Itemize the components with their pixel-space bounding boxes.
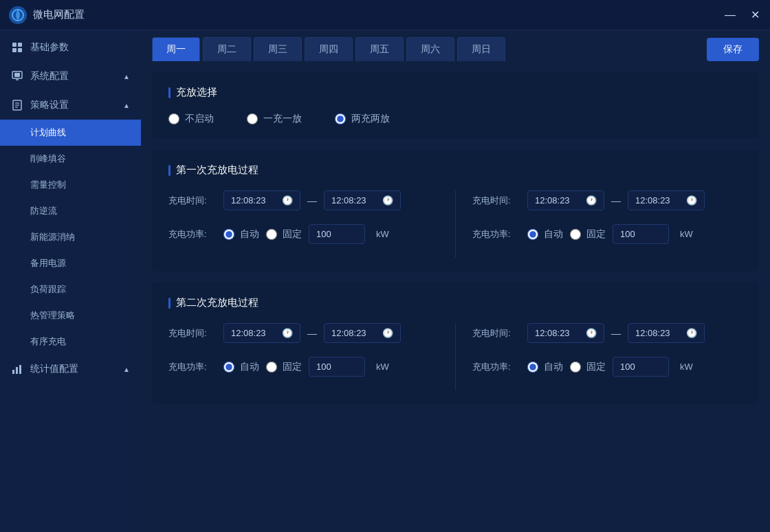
tab-friday[interactable]: 周五 xyxy=(355,37,404,61)
second-right-auto-input[interactable] xyxy=(527,362,538,373)
charge-select-title: 充放选择 xyxy=(168,86,742,99)
sidebar-item-new-energy[interactable]: 新能源消纳 xyxy=(0,224,141,250)
svg-rect-5 xyxy=(18,48,22,52)
first-left-auto-radio[interactable]: 自动 xyxy=(223,228,259,241)
tab-wednesday[interactable]: 周三 xyxy=(254,37,302,61)
second-right-from-time-input[interactable] xyxy=(535,328,582,338)
second-right-fixed-input[interactable] xyxy=(570,362,581,373)
first-left-auto-input[interactable] xyxy=(223,229,234,240)
clock-icon-4: 🕐 xyxy=(686,195,697,206)
first-right-from-time-input[interactable] xyxy=(535,195,582,206)
sidebar-item-system[interactable]: 系统配置 ▲ xyxy=(0,62,141,91)
tab-saturday[interactable]: 周六 xyxy=(406,37,454,61)
sidebar-label-system: 系统配置 xyxy=(30,70,69,82)
second-right-power-wrap xyxy=(613,357,669,377)
first-right-auto-input[interactable] xyxy=(527,229,538,240)
sidebar-item-policy[interactable]: 策略设置 ▲ xyxy=(0,91,141,120)
charge-select-radio-group: 不启动 一充一放 两充两放 xyxy=(168,113,742,125)
sidebar-label-backup-power: 备用电源 xyxy=(30,257,66,269)
sidebar-item-stats[interactable]: 统计值配置 ▲ xyxy=(0,355,141,384)
second-left-fixed-input[interactable] xyxy=(266,362,277,373)
second-process-card: 第二次充放电过程 充电时间: 🕐 — xyxy=(152,282,759,404)
sidebar-label-peak-valley: 削峰填谷 xyxy=(30,153,66,165)
first-right-fixed-input[interactable] xyxy=(570,229,581,240)
second-left-power-row: 充电功率: 自动 固定 k xyxy=(168,357,439,377)
first-right-fixed-radio[interactable]: 固定 xyxy=(570,228,606,241)
dash-2: — xyxy=(611,195,621,206)
second-right-power-label: 充电功率: xyxy=(472,361,520,373)
sidebar-item-ordered-charge[interactable]: 有序充电 xyxy=(0,329,141,355)
dash-1: — xyxy=(307,195,317,206)
first-right-power-input[interactable] xyxy=(620,229,661,239)
svg-rect-13 xyxy=(12,370,14,374)
title-bar-indicator-3 xyxy=(168,298,170,309)
minimize-button[interactable]: — xyxy=(723,8,737,22)
first-left-from-time-input[interactable] xyxy=(231,195,278,206)
first-left-power-input[interactable] xyxy=(316,229,358,239)
second-right-auto-radio[interactable]: 自动 xyxy=(527,361,563,373)
tab-monday[interactable]: 周一 xyxy=(152,37,200,61)
first-right-power-row: 充电功率: 自动 固定 k xyxy=(472,224,726,244)
radio-none[interactable]: 不启动 xyxy=(168,113,214,125)
first-left-power-row: 充电功率: 自动 固定 k xyxy=(168,224,439,244)
sidebar-item-basic[interactable]: 基础参数 xyxy=(0,33,141,62)
sidebar-item-plan-curve[interactable]: 计划曲线 xyxy=(0,120,141,146)
first-left-unit: kW xyxy=(376,229,389,239)
tab-sunday[interactable]: 周日 xyxy=(457,37,505,61)
tab-tuesday[interactable]: 周二 xyxy=(203,37,251,61)
stats-arrow: ▲ xyxy=(123,366,130,373)
sidebar-item-demand-control[interactable]: 需量控制 xyxy=(0,172,141,198)
svg-rect-15 xyxy=(19,365,21,374)
first-right-time-row: 充电时间: 🕐 — 🕐 xyxy=(472,190,726,210)
policy-arrow: ▲ xyxy=(123,102,130,109)
first-right-auto-radio[interactable]: 自动 xyxy=(527,228,563,241)
first-left-power-label: 充电功率: xyxy=(168,228,217,241)
second-right-fixed-radio[interactable]: 固定 xyxy=(570,361,606,373)
second-right-to-time-input[interactable] xyxy=(635,328,682,338)
sidebar-item-anti-reverse[interactable]: 防逆流 xyxy=(0,198,141,224)
sidebar-item-peak-valley[interactable]: 削峰填谷 xyxy=(0,146,141,172)
title-bar-indicator xyxy=(168,87,170,98)
radio-none-input[interactable] xyxy=(168,113,179,124)
clock-icon-7: 🕐 xyxy=(586,328,597,338)
tab-thursday[interactable]: 周四 xyxy=(305,37,353,61)
radio-two-input[interactable] xyxy=(335,113,346,124)
second-left-unit: kW xyxy=(376,362,389,372)
second-left-power-input[interactable] xyxy=(316,362,358,372)
content-area: 周一 周二 周三 周四 周五 周六 周日 保存 充放选择 不启动 xyxy=(141,30,770,532)
first-right-unit: kW xyxy=(680,229,693,239)
radio-one[interactable]: 一充一放 xyxy=(247,113,302,125)
second-left-auto-input[interactable] xyxy=(223,362,234,373)
first-left-fixed-radio[interactable]: 固定 xyxy=(266,228,302,241)
second-process-left: 充电时间: 🕐 — 🕐 充电功率: xyxy=(168,323,455,390)
sidebar-label-anti-reverse: 防逆流 xyxy=(30,205,57,217)
second-left-from-time-input[interactable] xyxy=(231,328,278,338)
sidebar-label-basic: 基础参数 xyxy=(30,41,69,54)
save-button[interactable]: 保存 xyxy=(707,38,759,61)
close-button[interactable]: ✕ xyxy=(748,8,762,22)
first-left-power-wrap xyxy=(309,224,365,244)
sidebar-item-thermal[interactable]: 热管理策略 xyxy=(0,302,141,329)
first-right-from-time-wrap: 🕐 xyxy=(527,190,604,210)
second-left-auto-radio[interactable]: 自动 xyxy=(223,361,259,373)
sidebar-label-thermal: 热管理策略 xyxy=(30,309,75,322)
first-right-to-time-wrap: 🕐 xyxy=(628,190,705,210)
second-right-from-time-wrap: 🕐 xyxy=(527,323,604,343)
titlebar-controls: — ✕ xyxy=(723,8,762,22)
first-process-card: 第一次充放电过程 充电时间: 🕐 — xyxy=(152,150,759,271)
grid-icon xyxy=(11,41,23,54)
sidebar-item-backup-power[interactable]: 备用电源 xyxy=(0,250,141,276)
second-left-fixed-radio[interactable]: 固定 xyxy=(266,361,302,373)
radio-one-input[interactable] xyxy=(247,113,258,124)
first-right-to-time-input[interactable] xyxy=(635,195,682,206)
radio-two[interactable]: 两充两放 xyxy=(335,113,390,125)
second-left-to-time-input[interactable] xyxy=(331,328,378,338)
first-left-fixed-input[interactable] xyxy=(266,229,277,240)
second-left-time-label: 充电时间: xyxy=(168,327,217,340)
second-right-power-input[interactable] xyxy=(620,362,661,372)
second-process-title: 第二次充放电过程 xyxy=(168,296,742,309)
system-arrow: ▲ xyxy=(123,73,130,80)
sidebar-item-load-track[interactable]: 负荷跟踪 xyxy=(0,276,141,302)
second-right-unit: kW xyxy=(680,362,693,372)
first-left-to-time-input[interactable] xyxy=(331,195,378,206)
